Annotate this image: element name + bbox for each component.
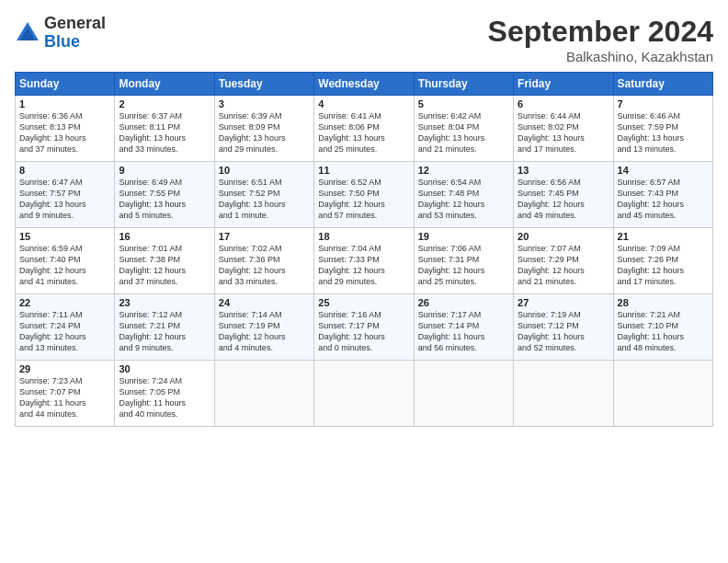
calendar-week-row: 1Sunrise: 6:36 AM Sunset: 8:13 PM Daylig…	[16, 96, 713, 162]
calendar-cell: 8Sunrise: 6:47 AM Sunset: 7:57 PM Daylig…	[16, 162, 115, 228]
title-block: September 2024 Balkashino, Kazakhstan	[488, 15, 713, 64]
calendar-cell: 29Sunrise: 7:23 AM Sunset: 7:07 PM Dayli…	[16, 361, 115, 427]
day-info: Sunrise: 7:04 AM Sunset: 7:33 PM Dayligh…	[318, 243, 409, 288]
day-info: Sunrise: 6:59 AM Sunset: 7:40 PM Dayligh…	[19, 243, 110, 288]
calendar-cell: 9Sunrise: 6:49 AM Sunset: 7:55 PM Daylig…	[115, 162, 214, 228]
calendar-cell: 26Sunrise: 7:17 AM Sunset: 7:14 PM Dayli…	[414, 294, 513, 361]
day-info: Sunrise: 7:07 AM Sunset: 7:29 PM Dayligh…	[518, 243, 609, 288]
day-number: 23	[119, 297, 210, 308]
day-number: 10	[219, 165, 310, 176]
calendar-cell: 17Sunrise: 7:02 AM Sunset: 7:36 PM Dayli…	[214, 228, 313, 294]
day-info: Sunrise: 7:09 AM Sunset: 7:26 PM Dayligh…	[618, 243, 709, 288]
calendar-week-row: 15Sunrise: 6:59 AM Sunset: 7:40 PM Dayli…	[16, 228, 713, 294]
calendar-cell: 22Sunrise: 7:11 AM Sunset: 7:24 PM Dayli…	[16, 294, 115, 361]
day-number: 14	[618, 165, 709, 176]
day-info: Sunrise: 6:44 AM Sunset: 8:02 PM Dayligh…	[518, 110, 609, 155]
day-number: 21	[618, 231, 709, 242]
day-number: 7	[618, 98, 709, 109]
day-info: Sunrise: 6:51 AM Sunset: 7:52 PM Dayligh…	[219, 177, 310, 222]
day-number: 25	[318, 297, 409, 308]
day-number: 18	[318, 231, 409, 242]
calendar-week-row: 8Sunrise: 6:47 AM Sunset: 7:57 PM Daylig…	[16, 162, 713, 228]
calendar-cell: 27Sunrise: 7:19 AM Sunset: 7:12 PM Dayli…	[514, 294, 613, 361]
calendar-cell	[314, 361, 414, 427]
calendar-cell: 11Sunrise: 6:52 AM Sunset: 7:50 PM Dayli…	[314, 162, 414, 228]
day-number: 19	[418, 231, 509, 242]
calendar-cell: 2Sunrise: 6:37 AM Sunset: 8:11 PM Daylig…	[115, 96, 214, 162]
calendar-cell: 7Sunrise: 6:46 AM Sunset: 7:59 PM Daylig…	[613, 96, 712, 162]
day-info: Sunrise: 6:39 AM Sunset: 8:09 PM Dayligh…	[219, 110, 310, 155]
calendar-cell: 30Sunrise: 7:24 AM Sunset: 7:05 PM Dayli…	[115, 361, 214, 427]
day-info: Sunrise: 6:52 AM Sunset: 7:50 PM Dayligh…	[318, 177, 409, 222]
calendar-cell: 23Sunrise: 7:12 AM Sunset: 7:21 PM Dayli…	[115, 294, 214, 361]
weekday-header: Sunday	[16, 73, 115, 96]
calendar-cell: 3Sunrise: 6:39 AM Sunset: 8:09 PM Daylig…	[214, 96, 313, 162]
day-number: 16	[119, 231, 210, 242]
day-info: Sunrise: 6:54 AM Sunset: 7:48 PM Dayligh…	[418, 177, 509, 222]
calendar-cell	[414, 361, 513, 427]
logo-blue-text: Blue	[44, 32, 80, 51]
logo-icon	[15, 20, 40, 46]
calendar-cell: 1Sunrise: 6:36 AM Sunset: 8:13 PM Daylig…	[16, 96, 115, 162]
page-header: General Blue September 2024 Balkashino, …	[15, 15, 713, 64]
day-info: Sunrise: 6:57 AM Sunset: 7:43 PM Dayligh…	[618, 177, 709, 222]
day-number: 24	[219, 297, 310, 308]
day-info: Sunrise: 7:14 AM Sunset: 7:19 PM Dayligh…	[219, 309, 310, 354]
calendar-cell	[514, 361, 613, 427]
calendar-cell: 14Sunrise: 6:57 AM Sunset: 7:43 PM Dayli…	[613, 162, 712, 228]
weekday-header: Saturday	[613, 73, 712, 96]
day-number: 17	[219, 231, 310, 242]
calendar-week-row: 29Sunrise: 7:23 AM Sunset: 7:07 PM Dayli…	[16, 361, 713, 427]
calendar-table: SundayMondayTuesdayWednesdayThursdayFrid…	[15, 72, 713, 427]
day-number: 28	[618, 297, 709, 308]
month-title: September 2024	[488, 15, 713, 49]
calendar-cell: 5Sunrise: 6:42 AM Sunset: 8:04 PM Daylig…	[414, 96, 513, 162]
day-info: Sunrise: 7:01 AM Sunset: 7:38 PM Dayligh…	[119, 243, 210, 288]
day-number: 12	[418, 165, 509, 176]
weekday-header: Thursday	[414, 73, 513, 96]
calendar-cell: 12Sunrise: 6:54 AM Sunset: 7:48 PM Dayli…	[414, 162, 513, 228]
weekday-header: Tuesday	[214, 73, 313, 96]
calendar-cell: 10Sunrise: 6:51 AM Sunset: 7:52 PM Dayli…	[214, 162, 313, 228]
calendar-cell: 24Sunrise: 7:14 AM Sunset: 7:19 PM Dayli…	[214, 294, 313, 361]
calendar-cell: 6Sunrise: 6:44 AM Sunset: 8:02 PM Daylig…	[514, 96, 613, 162]
day-number: 11	[318, 165, 409, 176]
day-number: 29	[19, 363, 110, 374]
calendar-cell: 21Sunrise: 7:09 AM Sunset: 7:26 PM Dayli…	[613, 228, 712, 294]
calendar-cell: 20Sunrise: 7:07 AM Sunset: 7:29 PM Dayli…	[514, 228, 613, 294]
day-info: Sunrise: 7:19 AM Sunset: 7:12 PM Dayligh…	[518, 309, 609, 354]
day-info: Sunrise: 7:16 AM Sunset: 7:17 PM Dayligh…	[318, 309, 409, 354]
day-number: 30	[119, 363, 210, 374]
day-info: Sunrise: 7:11 AM Sunset: 7:24 PM Dayligh…	[19, 309, 110, 354]
day-info: Sunrise: 6:56 AM Sunset: 7:45 PM Dayligh…	[518, 177, 609, 222]
day-number: 27	[518, 297, 609, 308]
day-number: 5	[418, 98, 509, 109]
calendar-cell: 28Sunrise: 7:21 AM Sunset: 7:10 PM Dayli…	[613, 294, 712, 361]
day-number: 3	[219, 98, 310, 109]
day-number: 15	[19, 231, 110, 242]
day-info: Sunrise: 6:47 AM Sunset: 7:57 PM Dayligh…	[19, 177, 110, 222]
day-info: Sunrise: 6:49 AM Sunset: 7:55 PM Dayligh…	[119, 177, 210, 222]
calendar-header-row: SundayMondayTuesdayWednesdayThursdayFrid…	[16, 73, 713, 96]
calendar-cell	[214, 361, 313, 427]
day-info: Sunrise: 6:37 AM Sunset: 8:11 PM Dayligh…	[119, 110, 210, 155]
day-info: Sunrise: 6:41 AM Sunset: 8:06 PM Dayligh…	[318, 110, 409, 155]
day-number: 6	[518, 98, 609, 109]
day-info: Sunrise: 6:36 AM Sunset: 8:13 PM Dayligh…	[19, 110, 110, 155]
day-info: Sunrise: 7:21 AM Sunset: 7:10 PM Dayligh…	[618, 309, 709, 354]
day-number: 22	[19, 297, 110, 308]
day-info: Sunrise: 7:02 AM Sunset: 7:36 PM Dayligh…	[219, 243, 310, 288]
day-info: Sunrise: 7:24 AM Sunset: 7:05 PM Dayligh…	[119, 375, 210, 420]
day-number: 8	[19, 165, 110, 176]
day-info: Sunrise: 6:46 AM Sunset: 7:59 PM Dayligh…	[618, 110, 709, 155]
calendar-cell: 13Sunrise: 6:56 AM Sunset: 7:45 PM Dayli…	[514, 162, 613, 228]
day-info: Sunrise: 7:06 AM Sunset: 7:31 PM Dayligh…	[418, 243, 509, 288]
day-number: 9	[119, 165, 210, 176]
calendar-week-row: 22Sunrise: 7:11 AM Sunset: 7:24 PM Dayli…	[16, 294, 713, 361]
day-number: 4	[318, 98, 409, 109]
calendar-cell: 19Sunrise: 7:06 AM Sunset: 7:31 PM Dayli…	[414, 228, 513, 294]
calendar-cell: 25Sunrise: 7:16 AM Sunset: 7:17 PM Dayli…	[314, 294, 414, 361]
weekday-header: Friday	[514, 73, 613, 96]
calendar-cell: 15Sunrise: 6:59 AM Sunset: 7:40 PM Dayli…	[16, 228, 115, 294]
logo-general-text: General	[44, 14, 106, 32]
